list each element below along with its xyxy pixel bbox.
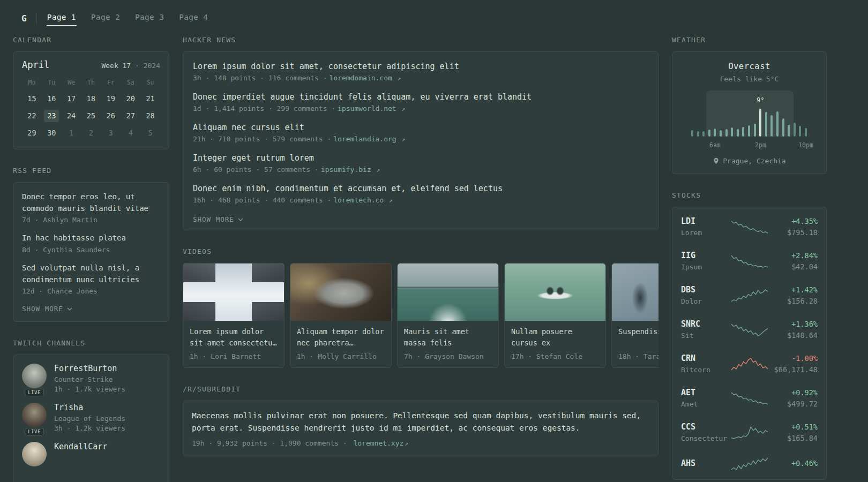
calendar-day: 27	[123, 110, 138, 122]
video-card[interactable]: Nullam posuere cursus ex17h · Stefan Col…	[504, 263, 606, 368]
stock-ticker: CCS	[681, 422, 731, 432]
stock-row[interactable]: AETAmet+0.92%$499.72	[681, 381, 818, 415]
avatar[interactable]	[22, 403, 47, 427]
stock-name: Ipsum	[681, 263, 731, 271]
hn-show-more-button[interactable]: SHOW MORE	[193, 215, 243, 223]
stock-price: $499.72	[768, 400, 818, 408]
reddit-post-meta: 19h · 9,932 points · 1,090 comments · lo…	[192, 439, 649, 447]
weather-location: Prague, Czechia	[723, 157, 785, 165]
video-title[interactable]: Suspendisse diam	[618, 326, 659, 349]
weather-chart: 9°	[691, 95, 807, 137]
stock-values: +4.35%$795.18	[768, 217, 818, 237]
weather-bar	[697, 131, 699, 137]
twitch-channel-name[interactable]: Trisha	[54, 403, 125, 412]
hn-item-domain-link[interactable]: loremlandia.org ↗	[333, 135, 405, 143]
stock-price: $165.84	[768, 434, 818, 442]
avatar[interactable]	[22, 364, 47, 388]
sparkline-chart	[731, 288, 768, 302]
reddit-post-title[interactable]: Maecenas mollis pulvinar erat non posuer…	[192, 410, 649, 434]
twitch-avatar: LIVE	[22, 403, 47, 432]
video-title[interactable]: Lorem ipsum dolor sit amet consectetu…	[190, 326, 278, 349]
video-title[interactable]: Aliquam tempor dolor nec pharetra…	[297, 326, 385, 349]
tab-page-2[interactable]: Page 2	[91, 11, 121, 26]
stock-name: Amet	[681, 400, 731, 408]
avatar[interactable]	[22, 442, 47, 466]
live-badge: LIVE	[25, 389, 44, 396]
video-title[interactable]: Nullam posuere cursus ex	[511, 326, 599, 349]
live-badge: LIVE	[25, 428, 44, 435]
twitch-avatar: LIVE	[22, 364, 47, 393]
stock-info: AHS	[681, 458, 731, 468]
external-link-icon: ↗	[402, 106, 406, 112]
stocks-section: STOCKS LDILorem+4.35%$795.18IIGIpsum+2.8…	[672, 191, 827, 480]
video-card[interactable]: Aliquam tempor dolor nec pharetra…1h · M…	[290, 263, 392, 368]
stock-values: -1.00%$66,171.48	[768, 354, 818, 374]
hn-item-domain-link[interactable]: ipsumify.biz ↗	[321, 165, 380, 174]
reddit-post-meta-text: 19h · 9,932 points · 1,090 comments ·	[192, 439, 347, 447]
stock-change: +2.84%	[768, 251, 818, 260]
stock-row[interactable]: LDILorem+4.35%$795.18	[681, 209, 818, 244]
sparkline-chart	[731, 357, 768, 371]
rss-item-title[interactable]: In hac habitasse platea	[22, 232, 160, 244]
rss-item: In hac habitasse platea8d · Cynthia Saun…	[22, 232, 160, 254]
hn-item-domain-link[interactable]: loremtech.co ↗	[333, 196, 392, 204]
video-card-body: Mauris sit amet massa felis7h · Grayson …	[398, 321, 498, 367]
reddit-card: Maecenas mollis pulvinar erat non posuer…	[183, 401, 659, 456]
rss-item-title[interactable]: Donec tempor eros leo, ut commodo mauris…	[22, 191, 160, 214]
video-thumbnail	[398, 263, 498, 321]
external-link-icon: ↗	[405, 440, 408, 447]
hn-item-title[interactable]: Lorem ipsum dolor sit amet, consectetur …	[193, 62, 648, 71]
video-title[interactable]: Mauris sit amet massa felis	[404, 326, 492, 349]
tab-page-1[interactable]: Page 1	[47, 11, 77, 26]
hn-item-meta: 21h · 710 points · 579 comments ·loremla…	[193, 135, 648, 143]
weather-location-row: Prague, Czechia	[681, 157, 818, 165]
calendar-week: Week 17	[101, 62, 131, 70]
stock-ticker: IIG	[681, 251, 731, 260]
rss-show-more-button[interactable]: SHOW MORE	[22, 305, 72, 313]
hn-item-meta-text: 1d · 1,414 points · 299 comments ·	[193, 104, 335, 112]
show-more-label: SHOW MORE	[22, 305, 63, 313]
stock-row[interactable]: SNRCSit+1.36%$148.64	[681, 312, 818, 347]
app-logo[interactable]: G	[21, 13, 27, 24]
hn-item-title[interactable]: Donec imperdiet augue tincidunt felis al…	[193, 92, 648, 102]
rss-item-title[interactable]: Sed volutpat nulla nisl, a condimentum n…	[22, 262, 160, 285]
stock-row[interactable]: CRNBitcorn-1.00%$66,171.48	[681, 347, 818, 381]
stock-price: $66,171.48	[768, 365, 818, 374]
hn-item-title[interactable]: Donec enim nibh, condimentum et accumsan…	[193, 184, 648, 193]
video-card[interactable]: Lorem ipsum dolor sit amet consectetu…1h…	[183, 263, 285, 368]
rss-item-meta: 12d · Chance Jones	[22, 287, 160, 295]
hn-item-title[interactable]: Aliquam nec cursus elit	[193, 123, 648, 132]
weather-bar	[702, 131, 705, 137]
twitch-channel-game[interactable]: Counter-Strike	[54, 375, 125, 383]
twitch-channel-name[interactable]: ForrestBurton	[54, 364, 125, 373]
tab-page-3[interactable]: Page 3	[134, 11, 164, 26]
reddit-post-domain-link[interactable]: loremnet.xyz↗	[353, 439, 408, 447]
video-card[interactable]: Mauris sit amet massa felis7h · Grayson …	[397, 263, 499, 368]
twitch-channel-name[interactable]: KendallCarr	[54, 442, 107, 451]
twitch-channel-info: ForrestBurtonCounter-Strike1h · 1.7k vie…	[54, 364, 125, 393]
stock-row[interactable]: AHS+0.46%	[681, 449, 818, 477]
twitch-channel-game[interactable]: League of Legends	[54, 415, 125, 423]
hn-item-domain-link[interactable]: loremdomain.com ↗	[329, 74, 401, 82]
video-meta: 1h · Lori Barnett	[190, 352, 278, 360]
stock-price: $156.28	[768, 297, 818, 305]
weather-bar	[742, 127, 744, 137]
middle-column: HACKER NEWS Lorem ipsum dolor sit amet, …	[183, 36, 659, 482]
twitch-avatar	[22, 442, 47, 466]
hn-item-meta: 1d · 1,414 points · 299 comments ·ipsumw…	[193, 104, 648, 112]
twitch-section: TWITCH CHANNELS LIVEForrestBurtonCounter…	[13, 339, 169, 482]
hn-item-title[interactable]: Integer eget rutrum lorem	[193, 153, 648, 163]
video-card[interactable]: Suspendisse diam18h · Tara	[611, 263, 659, 368]
calendar-day: 5	[143, 127, 158, 139]
show-more-label: SHOW MORE	[193, 215, 234, 223]
tab-page-4[interactable]: Page 4	[178, 11, 208, 26]
stock-row[interactable]: DBSDolor+1.42%$156.28	[681, 278, 818, 312]
rss-item-meta: 7d · Ashlyn Martin	[22, 216, 160, 224]
stock-change: +1.36%	[768, 320, 818, 328]
calendar-day: 3	[103, 127, 118, 139]
weather-bar	[765, 112, 767, 137]
stock-row[interactable]: CCSConsectetur+0.51%$165.84	[681, 415, 818, 449]
hn-item-domain-link[interactable]: ipsumworld.net ↗	[338, 104, 405, 112]
twitch-channel: LIVETrishaLeague of Legends3h · 1.2k vie…	[22, 403, 160, 432]
stock-row[interactable]: IIGIpsum+2.84%$42.04	[681, 244, 818, 278]
